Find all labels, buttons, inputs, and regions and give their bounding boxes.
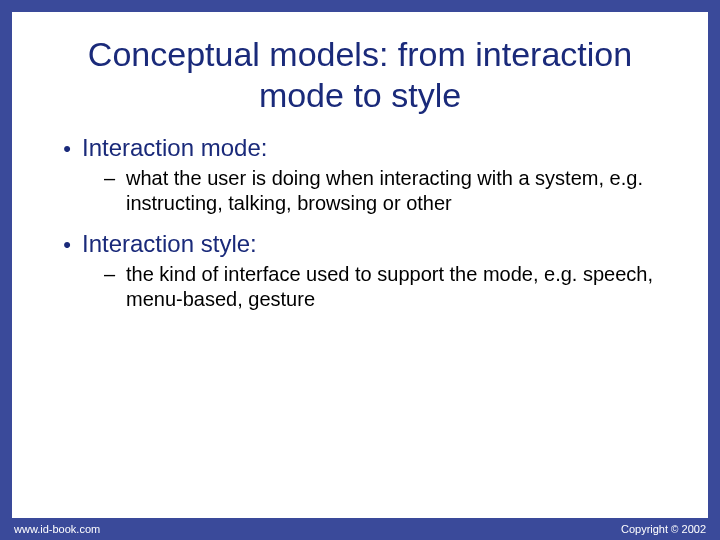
bullet-item: • Interaction mode:	[52, 134, 668, 162]
dash-icon: –	[104, 263, 126, 286]
slide-content: • Interaction mode: – what the user is d…	[12, 130, 708, 312]
bullet-icon: •	[52, 138, 82, 160]
sub-bullet-item: – what the user is doing when interactin…	[104, 166, 668, 216]
slide-title: Conceptual models: from interaction mode…	[12, 12, 708, 130]
slide: Conceptual models: from interaction mode…	[12, 12, 708, 518]
copyright-year: 2002	[678, 523, 706, 535]
bullet-item: • Interaction style:	[52, 230, 668, 258]
sub-bullet-text: the kind of interface used to support th…	[126, 262, 668, 312]
footer-copyright: Copyright © 2002	[621, 523, 706, 535]
slide-footer: www.id-book.com Copyright © 2002	[0, 518, 720, 540]
bullet-label: Interaction mode:	[82, 134, 267, 162]
sub-bullet-text: what the user is doing when interacting …	[126, 166, 668, 216]
sub-bullet-item: – the kind of interface used to support …	[104, 262, 668, 312]
bullet-label: Interaction style:	[82, 230, 257, 258]
bullet-icon: •	[52, 234, 82, 256]
dash-icon: –	[104, 167, 126, 190]
footer-url: www.id-book.com	[14, 523, 100, 535]
copyright-prefix: Copyright	[621, 523, 671, 535]
